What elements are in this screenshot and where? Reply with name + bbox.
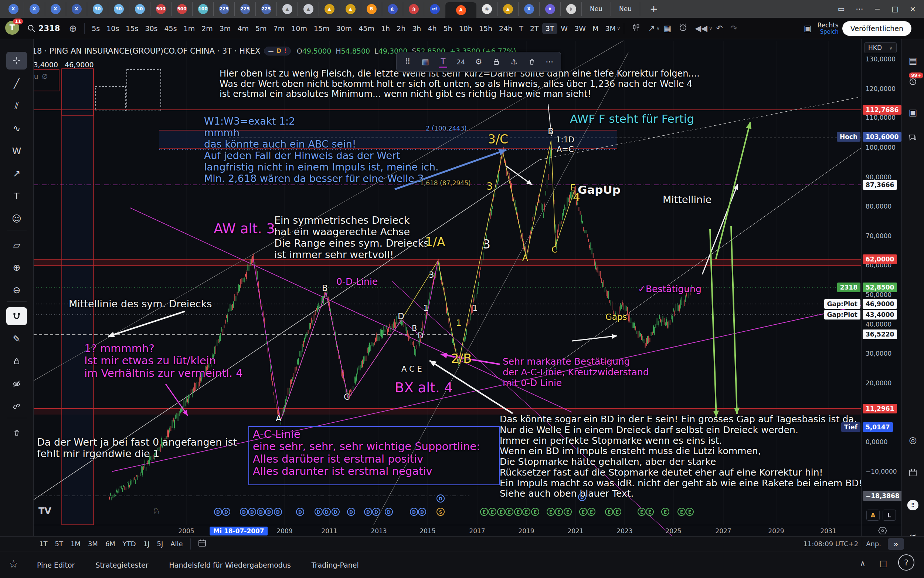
maximize-icon[interactable]: □ bbox=[892, 5, 898, 13]
calendar-icon[interactable] bbox=[909, 469, 917, 479]
avatar[interactable]: T 11 bbox=[5, 21, 21, 36]
font-size-value[interactable]: 24 bbox=[453, 54, 469, 69]
axis-button-A[interactable]: A bbox=[866, 510, 880, 521]
save-status[interactable]: Rechts Speich bbox=[817, 22, 838, 35]
new-tab-button[interactable]: + bbox=[640, 3, 667, 15]
currency-button[interactable]: HKD∨ bbox=[864, 42, 896, 53]
more-icon[interactable]: ⋯ bbox=[856, 5, 863, 13]
layers-icon[interactable]: ▣ bbox=[909, 107, 918, 118]
elliott-wave-tool[interactable]: ∿ bbox=[6, 119, 27, 137]
alert-clock-icon[interactable] bbox=[675, 21, 691, 35]
timeframe-24h[interactable]: 24h bbox=[496, 23, 516, 34]
lbl-ace[interactable]: A C E bbox=[401, 365, 422, 373]
trend-line-tool[interactable]: ╱ bbox=[6, 74, 27, 92]
drag-handle-icon[interactable]: ⠿ bbox=[400, 54, 416, 69]
note-1mmh[interactable]: 1? mmmmh?Ist mir etwas zu lüt/kleinim Ve… bbox=[84, 343, 243, 380]
layout-grid-icon[interactable]: ▦ bbox=[660, 22, 675, 34]
hide-all-tool[interactable] bbox=[6, 375, 27, 393]
lbl-3-yellow[interactable]: 3 bbox=[486, 180, 493, 192]
add-symbol-button[interactable]: ⊕ bbox=[65, 21, 81, 36]
lbl-d1[interactable]: D bbox=[398, 312, 405, 321]
note-awf[interactable]: AWF F steht für Fertig bbox=[570, 112, 694, 126]
lbl-0d-linie[interactable]: 0-D-Linie bbox=[337, 277, 378, 287]
browser-tab[interactable]: 225 bbox=[235, 2, 256, 16]
lbl-gapup[interactable]: GapUp bbox=[578, 183, 621, 197]
lbl-11d[interactable]: 1:1D bbox=[556, 135, 574, 144]
eye-off-icon[interactable]: ∅ bbox=[42, 73, 48, 80]
clock-display[interactable]: 11:08:09 UTC+2 bbox=[803, 540, 858, 548]
hexagon-eye-icon[interactable] bbox=[878, 527, 887, 536]
timeframe-10h[interactable]: 10h bbox=[456, 23, 476, 34]
timeframe-5m[interactable]: 5m bbox=[252, 23, 270, 34]
range-6M[interactable]: 6M bbox=[102, 539, 119, 549]
lbl-a-mid[interactable]: A bbox=[522, 253, 528, 263]
timeframe-15m[interactable]: 15m bbox=[311, 23, 333, 34]
range-3M[interactable]: 3M bbox=[84, 539, 102, 549]
browser-tab[interactable]: X bbox=[66, 2, 87, 16]
template-icon[interactable]: ▦ bbox=[417, 54, 434, 69]
browser-tab[interactable]: ◐ bbox=[382, 2, 403, 16]
timeframe-5h[interactable]: 5h bbox=[440, 23, 456, 34]
lbl-3c[interactable]: 3/C bbox=[488, 132, 508, 146]
range-YTD[interactable]: YTD bbox=[119, 539, 140, 549]
panel-restore-icon[interactable]: □ bbox=[879, 559, 887, 568]
chat-icon[interactable] bbox=[908, 133, 918, 144]
more-options-icon[interactable]: ⋯ bbox=[542, 54, 558, 69]
note-blue[interactable]: W1:W3=exakt 1:2mmmhdas könnte auch ein A… bbox=[204, 115, 439, 184]
timeframe-3h[interactable]: 3h bbox=[409, 23, 424, 34]
target-icon[interactable]: ◎ bbox=[909, 435, 917, 445]
link-tool[interactable] bbox=[6, 398, 27, 415]
lbl-c-low[interactable]: C bbox=[344, 392, 350, 402]
browser-tab[interactable]: ▲ bbox=[277, 2, 298, 16]
lbl-b-top[interactable]: B bbox=[548, 127, 553, 136]
parallel-channel-tool[interactable]: ⫽ bbox=[6, 97, 27, 115]
lbl-bestaetigung[interactable]: ✓Bestätigung bbox=[638, 284, 702, 295]
browser-tab[interactable]: ▲ bbox=[340, 2, 361, 16]
timeframe-3m[interactable]: 3m bbox=[216, 23, 234, 34]
timeframe-4m[interactable]: 4m bbox=[234, 23, 252, 34]
go-to-date-icon[interactable] bbox=[194, 537, 210, 550]
browser-tab[interactable]: 500 bbox=[150, 2, 172, 16]
lbl-a-eq-c[interactable]: A=C bbox=[557, 145, 574, 154]
browser-tab[interactable]: X bbox=[45, 2, 66, 16]
timeframe-2m[interactable]: 2m bbox=[198, 23, 216, 34]
timeframe-2h[interactable]: 2h bbox=[393, 23, 409, 34]
browser-tab[interactable]: 100 bbox=[193, 2, 214, 16]
lbl-gaps[interactable]: Gaps bbox=[605, 312, 627, 322]
text-style-button[interactable]: T bbox=[435, 54, 451, 69]
browser-tab[interactable]: X bbox=[519, 2, 540, 16]
scroll-to-recent-button[interactable]: » bbox=[888, 538, 904, 550]
lbl-b2[interactable]: B bbox=[412, 324, 417, 333]
browser-tab[interactable]: 30 bbox=[129, 2, 150, 16]
lbl-a-low[interactable]: A bbox=[276, 414, 282, 423]
timeframe-4h[interactable]: 4h bbox=[424, 23, 440, 34]
timeframe-30m[interactable]: 30m bbox=[333, 23, 356, 34]
footer-tab-trading-panel[interactable]: Trading-Panel bbox=[312, 561, 359, 569]
indicator-row[interactable]: Ichimoku∅ bbox=[8, 73, 516, 80]
browser-tab[interactable]: X bbox=[3, 2, 24, 16]
arrow-marker-tool[interactable]: ↗ bbox=[6, 164, 27, 182]
timeframe-10s[interactable]: 10s bbox=[103, 23, 122, 34]
draw-lock-tool[interactable]: ✎ bbox=[6, 330, 27, 347]
timeframe-7m[interactable]: 7m bbox=[270, 23, 288, 34]
timeframe-more-icon[interactable]: ∨ bbox=[617, 26, 621, 31]
timeframe-1m[interactable]: 1m bbox=[180, 23, 199, 34]
lbl-big3[interactable]: 3 bbox=[483, 237, 490, 252]
zoom-out-tool[interactable]: ⊖ bbox=[6, 281, 27, 299]
timeframe-15h[interactable]: 15h bbox=[476, 23, 496, 34]
range-5J[interactable]: 5J bbox=[153, 539, 167, 549]
browser-tab[interactable]: ◑ bbox=[403, 2, 424, 16]
timeframe-3W[interactable]: 3W bbox=[571, 23, 589, 34]
timeframe-T[interactable]: T bbox=[516, 23, 527, 34]
browser-tab-new[interactable]: Neu bbox=[582, 2, 611, 16]
redo-icon[interactable]: ↷ bbox=[727, 22, 741, 34]
footer-tab-pine-editor[interactable]: Pine Editor bbox=[37, 561, 74, 569]
trash-icon[interactable] bbox=[524, 54, 540, 69]
timeframe-2T[interactable]: 2T bbox=[527, 23, 542, 34]
browser-tab[interactable]: ▲ bbox=[319, 2, 340, 16]
lbl-4-yellow[interactable]: 4 bbox=[573, 191, 580, 204]
browser-tab[interactable]: 30 bbox=[108, 2, 129, 16]
timeframe-3T[interactable]: 3T bbox=[542, 23, 558, 34]
undo-icon[interactable]: ↶ bbox=[713, 22, 727, 34]
lbl-1a[interactable]: 1/A bbox=[425, 235, 445, 249]
